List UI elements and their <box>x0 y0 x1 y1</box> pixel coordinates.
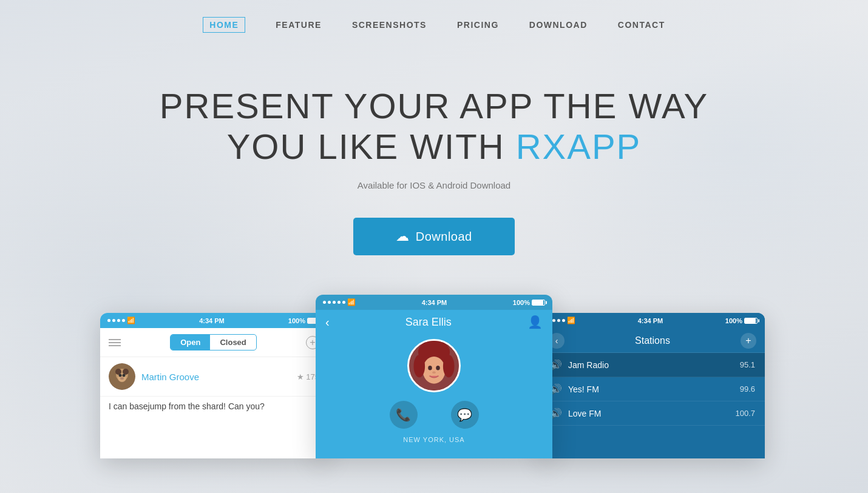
phone-icon: 📞 <box>396 407 411 422</box>
station-item[interactable]: 🔊 Love FM 100.7 <box>540 401 765 426</box>
dot2 <box>552 319 555 322</box>
dot4 <box>122 319 125 322</box>
dot3 <box>117 319 120 322</box>
station-info: 🔊 Love FM <box>550 407 601 419</box>
svg-point-14 <box>436 366 440 370</box>
svg-point-10 <box>422 357 445 384</box>
nav-screenshots[interactable]: SCREENSHOTS <box>352 20 427 30</box>
cloud-download-icon: ☁ <box>396 229 410 244</box>
back-button[interactable]: ‹ <box>325 315 330 329</box>
station-info: 🔊 Yes! FM <box>550 383 599 395</box>
chat-icon: 💬 <box>457 407 472 422</box>
avatar-image <box>109 363 135 390</box>
hero-section: PRESENT YOUR APP THE WAY YOU LIKE WITH R… <box>0 50 868 255</box>
dot1 <box>107 319 110 322</box>
phone-messages: 📶 4:34 PM 100% Open Closed <box>100 313 328 458</box>
hero-subtitle: Available for IOS & Android Download <box>358 180 510 190</box>
nav-pricing[interactable]: PRICING <box>457 20 499 30</box>
phones-section: 📶 4:34 PM 100% Open Closed <box>0 289 868 458</box>
open-closed-toggle: Open Closed <box>170 334 257 350</box>
contact-header: ‹ Sara Ellis 👤 <box>316 310 552 333</box>
station-frequency: 99.6 <box>740 384 755 394</box>
battery-rect <box>532 300 545 306</box>
dot2 <box>112 319 115 322</box>
status-bar-center: 📶 4:34 PM 100% <box>316 295 552 310</box>
station-frequency: 95.1 <box>740 360 755 369</box>
svg-point-12 <box>443 355 455 378</box>
wifi-icon: 📶 <box>567 317 575 324</box>
add-station-button[interactable]: + <box>741 333 756 349</box>
contact-photo <box>409 339 459 392</box>
station-item[interactable]: 🔊 Yes! FM 99.6 <box>540 377 765 401</box>
contact-name: Martin Groove <box>141 372 291 382</box>
battery-rect <box>744 318 758 324</box>
signal-dots: 📶 <box>107 317 135 324</box>
svg-point-15 <box>432 372 436 374</box>
toggle-closed[interactable]: Closed <box>210 335 256 350</box>
dot3 <box>557 319 560 322</box>
hamburger-line <box>109 345 121 346</box>
dot1 <box>323 301 326 304</box>
hamburger-menu[interactable] <box>109 339 121 346</box>
nav-download[interactable]: DOWNLOAD <box>529 20 588 30</box>
svg-point-6 <box>123 374 126 377</box>
contact-avatar <box>407 339 461 392</box>
navbar: HOME FEATURE SCREENSHOTS PRICING DOWNLOA… <box>0 0 868 50</box>
contact-location: NEW YORK, USA <box>316 432 552 443</box>
station-name: Yes! FM <box>568 384 599 394</box>
battery-box: 100% <box>725 317 758 324</box>
hamburger-line <box>109 342 121 343</box>
status-bar-left: 📶 4:34 PM 100% <box>100 313 328 328</box>
battery-fill <box>745 318 756 323</box>
svg-point-13 <box>428 366 432 370</box>
phone-stations: 📶 4:34 PM 100% ‹ Stations + 🔊 Jam Radio <box>540 313 765 458</box>
dot4 <box>337 301 341 304</box>
dot4 <box>562 319 565 322</box>
stations-header: ‹ Stations + <box>540 328 765 353</box>
signal-dots: 📶 <box>323 298 356 306</box>
stations-title: Stations <box>635 335 670 346</box>
contact-name: Sara Ellis <box>405 316 452 329</box>
status-bar-right: 📶 4:34 PM 100% <box>540 313 765 328</box>
wifi-icon: 📶 <box>127 317 135 324</box>
message-button[interactable]: 💬 <box>451 401 479 429</box>
contact-avatar-wrap <box>316 333 552 397</box>
message-preview: I can basejump from the shard! Can you? <box>100 397 328 416</box>
call-button[interactable]: 📞 <box>390 401 418 429</box>
station-frequency: 100.7 <box>735 409 755 418</box>
svg-point-5 <box>119 374 122 377</box>
battery-fill <box>532 300 543 305</box>
station-item[interactable]: 🔊 Jam Radio 95.1 <box>540 353 765 377</box>
station-name: Jam Radio <box>568 360 609 370</box>
toggle-open[interactable]: Open <box>171 335 210 350</box>
time-display: 4:34 PM <box>199 317 225 324</box>
dot2 <box>328 301 331 304</box>
messages-toolbar: Open Closed + <box>100 328 328 357</box>
phone-contact: 📶 4:34 PM 100% ‹ Sara Ellis 👤 <box>316 295 552 458</box>
page-wrapper: HOME FEATURE SCREENSHOTS PRICING DOWNLOA… <box>0 0 868 493</box>
time-display: 4:34 PM <box>422 299 447 306</box>
dot5 <box>342 301 345 304</box>
dot3 <box>333 301 336 304</box>
station-name: Love FM <box>568 409 601 418</box>
avatar <box>109 363 135 390</box>
nav-home[interactable]: HOME <box>203 17 245 33</box>
svg-point-7 <box>120 377 124 380</box>
station-info: 🔊 Jam Radio <box>550 359 609 371</box>
hero-title: PRESENT YOUR APP THE WAY YOU LIKE WITH R… <box>160 86 708 167</box>
contact-actions: 📞 💬 <box>316 397 552 432</box>
nav-contact[interactable]: CONTACT <box>618 20 665 30</box>
wifi-icon: 📶 <box>347 298 356 306</box>
download-button[interactable]: ☁ Download <box>353 218 514 255</box>
hamburger-line <box>109 339 121 340</box>
message-item[interactable]: Martin Groove ★ 175 <box>100 357 328 397</box>
battery-box: 100% <box>513 299 545 306</box>
time-display: 4:34 PM <box>638 317 663 324</box>
svg-point-11 <box>413 355 425 378</box>
nav-feature[interactable]: FEATURE <box>276 20 322 30</box>
add-contact-icon[interactable]: 👤 <box>527 315 543 329</box>
